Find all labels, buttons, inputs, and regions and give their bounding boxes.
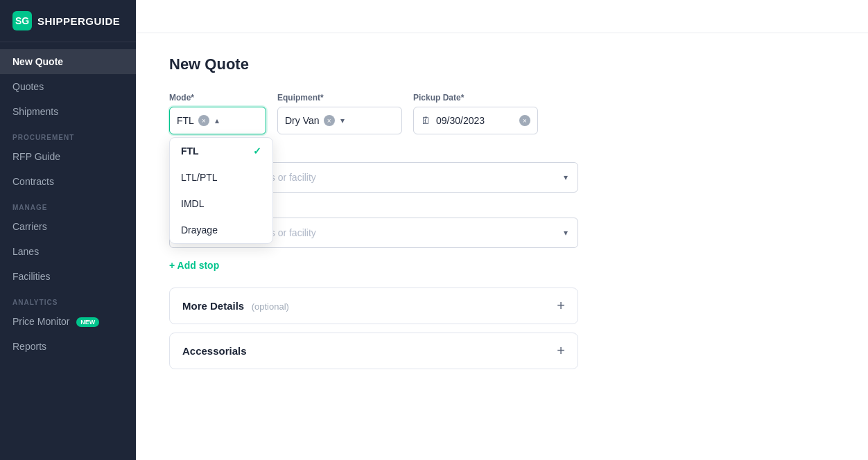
logo-area: SG SHIPPERGUIDE: [0, 0, 136, 42]
section-label-manage: MANAGE: [0, 194, 136, 214]
mode-select[interactable]: FTL × ▴: [169, 107, 266, 134]
add-stop-button[interactable]: + Add stop: [169, 260, 219, 271]
dropdown-item-ltl-ptl[interactable]: LTL/PTL: [170, 164, 272, 191]
section-label-procurement: PROCUREMENT: [0, 124, 136, 144]
drop-location-chevron-icon: ▾: [564, 228, 568, 238]
sidebar-item-new-quote[interactable]: New Quote: [0, 49, 136, 74]
mode-group: Mode* FTL × ▴ FTL ✓ LTL/PTL IMD: [169, 93, 266, 134]
mode-dropdown-menu: FTL ✓ LTL/PTL IMDL Drayage: [169, 137, 273, 244]
content-area: New Quote Mode* FTL × ▴ FTL ✓ LT: [136, 33, 691, 400]
more-details-optional: (optional): [252, 301, 289, 312]
date-clear-button[interactable]: ×: [519, 115, 530, 126]
equipment-group: Equipment* Dry Van × ▾: [277, 93, 402, 134]
mode-label: Mode*: [169, 93, 266, 103]
sidebar-item-contracts[interactable]: Contracts: [0, 169, 136, 194]
accessorials-section[interactable]: Accessorials +: [169, 333, 578, 369]
dropdown-item-drayage[interactable]: Drayage: [170, 217, 272, 243]
more-details-label: More Details: [182, 300, 244, 312]
main-content: New Quote Mode* FTL × ▴ FTL ✓ LT: [136, 0, 868, 460]
pickup-date-field[interactable]: 🗓 09/30/2023 ×: [413, 107, 538, 134]
sidebar-item-lanes[interactable]: Lanes: [0, 239, 136, 264]
topbar: [136, 0, 868, 33]
accessorials-label: Accessorials: [182, 345, 247, 357]
sidebar-item-facilities[interactable]: Facilities: [0, 264, 136, 289]
pickup-date-group: Pickup Date* 🗓 09/30/2023 ×: [413, 93, 538, 134]
pickup-location-chevron-icon: ▾: [564, 172, 568, 182]
sidebar-nav: New Quote Quotes Shipments PROCUREMENT R…: [0, 42, 136, 460]
sidebar-item-carriers[interactable]: Carriers: [0, 214, 136, 239]
calendar-icon: 🗓: [421, 115, 431, 126]
section-label-analytics: ANALYTICS: [0, 289, 136, 309]
top-form-row: Mode* FTL × ▴ FTL ✓ LTL/PTL IMD: [169, 93, 657, 134]
sidebar-item-rfp-guide[interactable]: RFP Guide: [0, 144, 136, 169]
equipment-select[interactable]: Dry Van × ▾: [277, 107, 402, 134]
dropdown-item-ftl[interactable]: FTL ✓: [170, 138, 272, 164]
more-details-label-group: More Details (optional): [182, 300, 289, 312]
pickup-date-value: 09/30/2023: [436, 115, 485, 126]
accessorials-expand-icon: +: [557, 343, 565, 359]
equipment-label: Equipment*: [277, 93, 402, 103]
new-badge: NEW: [76, 317, 99, 327]
equipment-chevron-icon: ▾: [340, 116, 345, 125]
sidebar-item-quotes[interactable]: Quotes: [0, 74, 136, 99]
sidebar-item-shipments[interactable]: Shipments: [0, 99, 136, 124]
logo-icon: SG: [12, 11, 32, 30]
mode-chevron-icon: ▴: [215, 116, 219, 125]
more-details-section[interactable]: More Details (optional) +: [169, 288, 578, 324]
sidebar-item-reports[interactable]: Reports: [0, 334, 136, 359]
page-title: New Quote: [169, 55, 657, 73]
mode-value: FTL: [177, 115, 194, 126]
mode-clear-button[interactable]: ×: [198, 115, 209, 126]
equipment-clear-button[interactable]: ×: [324, 115, 335, 126]
app-name: SHIPPERGUIDE: [37, 15, 120, 27]
equipment-value: Dry Van: [285, 115, 320, 126]
pickup-date-label: Pickup Date*: [413, 93, 538, 103]
dropdown-item-imdl[interactable]: IMDL: [170, 191, 272, 217]
sidebar: SG SHIPPERGUIDE New Quote Quotes Shipmen…: [0, 0, 136, 460]
check-icon: ✓: [253, 145, 261, 157]
sidebar-item-price-monitor[interactable]: Price Monitor NEW: [0, 309, 136, 334]
more-details-expand-icon: +: [557, 298, 565, 314]
